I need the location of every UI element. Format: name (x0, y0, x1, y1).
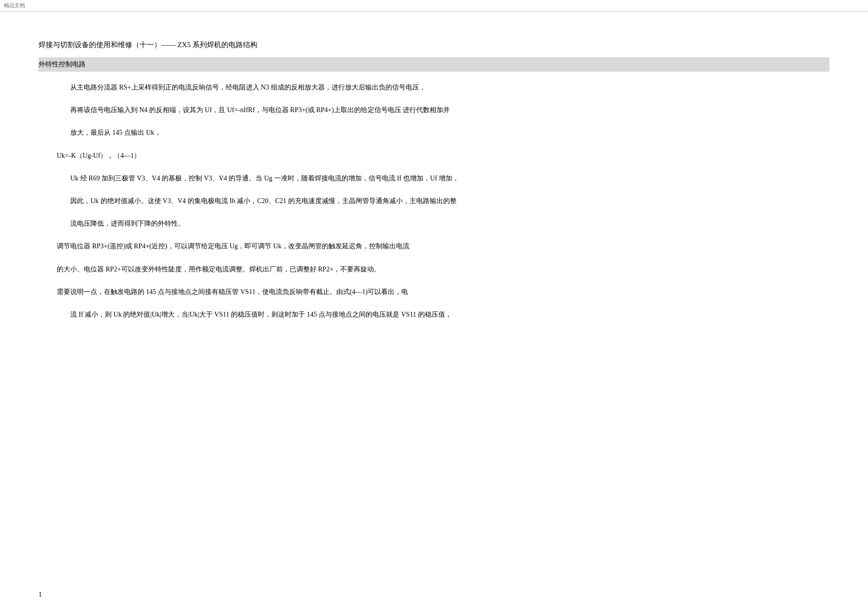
paragraph-7: 流电压降低，进而得到下降的外特性。 (43, 217, 825, 230)
section-header: 外特性控制电路 (38, 57, 830, 72)
paragraph-10: 需要说明一点，在触发电路的 145 点与接地点之间接有稳压管 VS11，使电流负… (43, 286, 825, 298)
paragraph-6: 因此，Uk 的绝对值减小。这使 V3、V4 的集电极电流 Ib 减小，C20、C… (43, 195, 825, 207)
paragraph-4: Uk=-K（Ug-Uf），（4—1） (43, 150, 825, 162)
page-number-area: 1 (38, 591, 42, 599)
page-number: 1 (38, 591, 42, 598)
paragraph-9: 的大小。电位器 RP2+可以改变外特性陡度，用作额定电流调整。焊机出厂前，已调整… (43, 263, 825, 275)
paragraph-3: 放大，最后从 145 点输出 Uk， (43, 127, 825, 139)
page-content: 焊接与切割设备的使用和维修（十一）—— ZX5 系列焊机的电路结构 外特性控制电… (0, 12, 868, 360)
section-title: 外特性控制电路 (38, 61, 86, 68)
paragraph-1: 从主电路分流器 RS+上采样得到正的电流反响信号，经电阻进入 N3 组成的反相放… (43, 81, 825, 93)
content-body: 从主电路分流器 RS+上采样得到正的电流反响信号，经电阻进入 N3 组成的反相放… (38, 81, 830, 320)
paragraph-11: 流 If 减小，则 Uk 的绝对值|Uk|增大，当|Uk|大于 VS11 的稳压… (43, 308, 825, 320)
main-title: 焊接与切割设备的使用和维修（十一）—— ZX5 系列焊机的电路结构 (38, 40, 830, 50)
paragraph-2: 再将该信号电压输入到 N4 的反相端，设其为 Uf，且 Uf=-nIfRf，与电… (43, 104, 825, 116)
paragraph-5: Uk 经 R69 加到三极管 V3、V4 的基极，控制 V3、V4 的导通。当 … (43, 172, 825, 184)
title-section: 焊接与切割设备的使用和维修（十一）—— ZX5 系列焊机的电路结构 (38, 40, 830, 50)
paragraph-8: 调节电位器 RP3+(遥控)或 RP4+(近控)，可以调节给定电压 Ug，即可调… (43, 240, 825, 252)
top-bar-label: 精品文档 (4, 2, 25, 8)
top-bar: 精品文档 (0, 0, 868, 12)
